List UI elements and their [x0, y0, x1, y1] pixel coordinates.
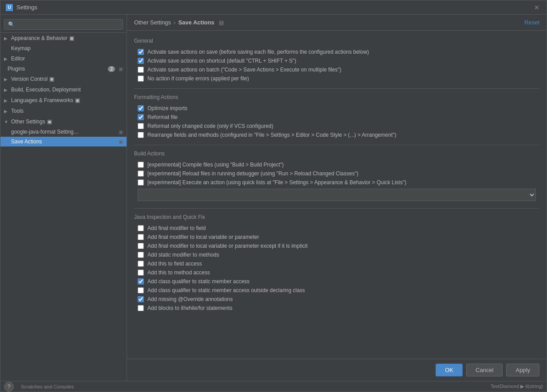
search-bar — [0, 16, 127, 33]
breadcrumb-parent: Other Settings — [134, 19, 171, 26]
add-static-methods-label: Add static modifier to methods — [147, 252, 219, 258]
chevron-right-icon: ▶ — [4, 56, 9, 61]
search-input[interactable] — [4, 19, 123, 30]
sidebar-item-editor[interactable]: ▶ Editor — [0, 53, 127, 64]
add-class-qualifier-label: Add class qualifier to static member acc… — [147, 278, 250, 285]
sidebar-item-tools[interactable]: ▶ Tools — [0, 106, 127, 116]
activate-on-batch-label: Activate save actions on batch ("Code > … — [147, 67, 341, 73]
window-title: Settings — [16, 4, 37, 11]
compile-files-checkbox[interactable] — [138, 162, 144, 168]
checkbox-add-this-method: Add this to method access — [134, 268, 539, 277]
checkbox-activate-on-save: Activate save actions on save (before sa… — [134, 48, 539, 56]
add-final-field-checkbox[interactable] — [138, 225, 144, 231]
compile-files-label: [experimental] Compile files (using "Bui… — [147, 162, 284, 168]
title-bar-left: U Settings — [6, 4, 37, 11]
reload-debugger-label: [experimental] Reload files in running d… — [147, 170, 358, 177]
add-blocks-label: Add blocks to if/while/for statements — [147, 305, 232, 311]
no-action-compile-checkbox[interactable] — [138, 75, 144, 82]
execute-action-label: [experimental] Execute an action (using … — [147, 179, 406, 186]
reload-debugger-checkbox[interactable] — [138, 170, 144, 177]
reformat-file-checkbox[interactable] — [138, 114, 144, 120]
apply-button[interactable]: Apply — [506, 364, 539, 376]
bottom-bar: OK Cancel Apply — [127, 359, 547, 381]
app-icon: U — [6, 4, 13, 11]
status-left-text: Scratches and Consoles — [21, 384, 74, 389]
checkbox-reformat-file: Reformat file — [134, 113, 539, 122]
add-class-qualifier-checkbox[interactable] — [138, 278, 144, 285]
sidebar-item-label: Editor — [11, 55, 25, 62]
sidebar-item-keymap[interactable]: Keymap — [0, 44, 127, 53]
sidebar-item-save-actions[interactable]: Save Actions ▣ — [0, 137, 127, 147]
checkbox-add-class-qualifier: Add class qualifier to static member acc… — [134, 277, 539, 286]
add-class-qualifier-outside-checkbox[interactable] — [138, 287, 144, 293]
chevron-right-icon: ▶ — [4, 109, 9, 114]
sidebar-item-build[interactable]: ▶ Build, Execution, Deployment — [0, 84, 127, 95]
pin-icon: ▣ — [119, 66, 123, 72]
checkbox-add-override: Add missing @Override annotations — [134, 295, 539, 304]
reformat-changed-checkbox[interactable] — [138, 123, 144, 129]
add-override-checkbox[interactable] — [138, 296, 144, 302]
add-final-local-checkbox[interactable] — [138, 234, 144, 240]
sidebar-item-google-java[interactable]: google-java-format Setting… ▣ — [0, 127, 127, 137]
checkbox-add-final-field: Add final modifier to field — [134, 224, 539, 233]
divider-1 — [134, 88, 539, 89]
execute-action-checkbox[interactable] — [138, 179, 144, 186]
add-this-method-checkbox[interactable] — [138, 269, 144, 276]
sidebar-item-languages[interactable]: ▶ Languages & Frameworks ▣ — [0, 95, 127, 106]
chevron-down-icon: ▼ — [4, 119, 9, 124]
sidebar-item-version-control[interactable]: ▶ Version Control ▣ — [0, 74, 127, 84]
divider-3 — [134, 208, 539, 209]
sidebar-item-other-settings[interactable]: ▼ Other Settings ▣ — [0, 116, 127, 127]
main-panel: Other Settings › Save Actions ▤ Reset Ge… — [127, 15, 547, 381]
checkbox-reformat-changed: Reformat only changed code (only if VCS … — [134, 122, 539, 131]
title-bar: U Settings ✕ — [0, 0, 547, 15]
checkbox-add-final-local: Add final modifier to local variable or … — [134, 233, 539, 242]
add-override-label: Add missing @Override annotations — [147, 296, 233, 302]
reset-button[interactable]: Reset — [524, 19, 539, 26]
sidebar-item-label: Other Settings — [11, 119, 45, 125]
rearrange-fields-checkbox[interactable] — [138, 132, 144, 138]
activate-on-shortcut-checkbox[interactable] — [138, 58, 144, 64]
sidebar-item-label: Languages & Frameworks — [11, 97, 73, 103]
add-final-local-except-checkbox[interactable] — [138, 243, 144, 249]
settings-content: General Activate save actions on save (b… — [127, 31, 547, 359]
general-section-header: General — [134, 38, 539, 44]
divider-2 — [134, 145, 539, 145]
sidebar-item-appearance[interactable]: ▶ Appearance & Behavior ▣ — [0, 33, 127, 44]
chevron-right-icon: ▶ — [4, 87, 9, 92]
checkbox-optimize-imports: Optimize imports — [134, 104, 539, 113]
checkbox-add-blocks: Add blocks to if/while/for statements — [134, 304, 539, 313]
sidebar-item-label: Tools — [11, 108, 24, 114]
checkbox-activate-on-batch: Activate save actions on batch ("Code > … — [134, 65, 539, 74]
reformat-changed-label: Reformat only changed code (only if VCS … — [147, 123, 273, 129]
optimize-imports-checkbox[interactable] — [138, 105, 144, 111]
checkbox-add-this-field: Add this to field access — [134, 259, 539, 268]
sidebar-item-label: Version Control — [11, 76, 48, 82]
activate-on-save-checkbox[interactable] — [138, 49, 144, 55]
sidebar: ▶ Appearance & Behavior ▣ Keymap ▶ Edito… — [0, 15, 127, 381]
close-button[interactable]: ✕ — [532, 3, 541, 12]
add-static-methods-checkbox[interactable] — [138, 252, 144, 258]
add-blocks-checkbox[interactable] — [138, 305, 144, 311]
sidebar-item-label: Plugins — [8, 66, 25, 72]
sidebar-item-label: Save Actions — [11, 139, 42, 145]
cancel-button[interactable]: Cancel — [466, 364, 503, 376]
formatting-section-header: Formatting Actions — [134, 94, 539, 100]
action-dropdown-row — [134, 187, 539, 203]
pin-icon: ▣ — [69, 35, 74, 41]
activate-on-batch-checkbox[interactable] — [138, 67, 144, 73]
status-right-text: TestDiamond ▶ it(string) — [491, 384, 543, 389]
content-area: ▶ Appearance & Behavior ▣ Keymap ▶ Edito… — [0, 15, 547, 381]
checkbox-reload-debugger: [experimental] Reload files in running d… — [134, 169, 539, 178]
help-button[interactable]: ? — [4, 382, 14, 392]
activate-on-shortcut-label: Activate save actions on shortcut (defau… — [147, 58, 296, 64]
add-final-local-label: Add final modifier to local variable or … — [147, 234, 259, 240]
action-dropdown[interactable] — [138, 189, 536, 201]
sidebar-item-plugins[interactable]: Plugins 2 ▣ — [0, 64, 127, 74]
checkbox-add-final-local-except: Add final modifier to local variable or … — [134, 242, 539, 250]
add-this-field-checkbox[interactable] — [138, 261, 144, 267]
ok-button[interactable]: OK — [436, 364, 463, 376]
add-this-method-label: Add this to method access — [147, 269, 210, 276]
add-final-local-except-label: Add final modifier to local variable or … — [147, 243, 308, 249]
sidebar-item-label: Build, Execution, Deployment — [11, 87, 81, 93]
